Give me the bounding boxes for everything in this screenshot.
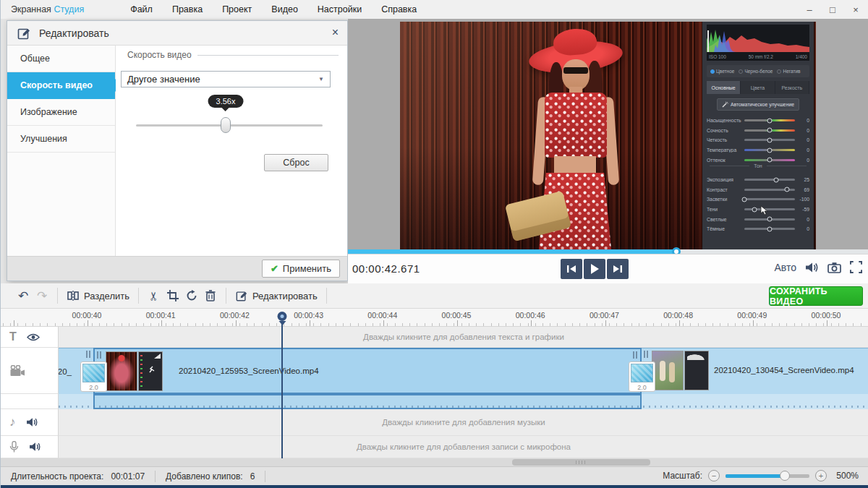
- zoom-in-button[interactable]: +: [815, 470, 827, 481]
- slider-track[interactable]: [744, 129, 795, 132]
- menu-item[interactable]: Файл: [130, 4, 153, 14]
- ruler-time-label: 00:00:41: [146, 311, 176, 320]
- slider-track[interactable]: [744, 159, 795, 161]
- slider-track[interactable]: [744, 149, 795, 151]
- mouse-cursor: [760, 205, 768, 215]
- divider: [57, 288, 58, 304]
- clip-audio-subtrack[interactable]: [59, 394, 868, 409]
- redo-icon[interactable]: ↷: [33, 287, 51, 304]
- slider-handle[interactable]: [767, 158, 773, 163]
- menu-item[interactable]: Справка: [381, 4, 417, 14]
- speaker-icon[interactable]: [29, 442, 41, 452]
- slider-track[interactable]: [744, 119, 795, 121]
- zoom-slider[interactable]: [726, 474, 809, 478]
- split-button[interactable]: Разделить: [84, 291, 129, 301]
- timeline-ruler[interactable]: 00:00:4000:00:4100:00:4200:00:4300:00:44…: [1, 309, 868, 327]
- close-button[interactable]: ×: [850, 4, 861, 15]
- slider-handle[interactable]: [785, 187, 790, 192]
- split-icon[interactable]: [64, 287, 82, 304]
- zoom-out-button[interactable]: −: [708, 470, 720, 481]
- subject-face: [562, 59, 590, 90]
- clip-trim-handle[interactable]: [97, 351, 102, 359]
- reset-button[interactable]: Сброс: [264, 154, 328, 171]
- edit-panel-tab[interactable]: Изображение: [7, 99, 115, 126]
- video-clip-selected[interactable]: 20210420_125953_ScreenVideo.mp4: [93, 348, 642, 394]
- color-mode-radio[interactable]: Цветное: [710, 69, 734, 74]
- edit-panel-tab[interactable]: Общее: [7, 46, 115, 72]
- scrollbar-thumb[interactable]: [512, 459, 650, 466]
- slider-handle[interactable]: [742, 197, 747, 202]
- slider-handle[interactable]: [767, 147, 773, 153]
- previous-frame-button[interactable]: [561, 259, 582, 279]
- apply-button[interactable]: ✔ Применить: [262, 260, 340, 278]
- slider-handle[interactable]: [752, 207, 757, 212]
- slider-handle[interactable]: [767, 217, 773, 222]
- timeline-scrollbar[interactable]: [1, 458, 868, 466]
- speaker-icon[interactable]: [26, 417, 38, 427]
- speaker-icon[interactable]: [805, 262, 819, 273]
- video-clip[interactable]: 20210420_130454_ScreenVideo.mp4: [642, 348, 868, 394]
- slider-track[interactable]: [744, 139, 795, 141]
- radio-icon: [739, 69, 743, 74]
- slider-handle[interactable]: [773, 177, 778, 182]
- minimize-button[interactable]: –: [804, 4, 815, 15]
- edit-panel-close-icon[interactable]: ×: [332, 26, 339, 39]
- overlay-tab[interactable]: Основные: [707, 81, 741, 94]
- playhead-line[interactable]: [281, 323, 283, 458]
- edit-button[interactable]: Редактировать: [252, 291, 318, 301]
- transition-badge[interactable]: 2.0: [80, 361, 107, 392]
- play-button[interactable]: [584, 259, 605, 279]
- slider-handle[interactable]: [767, 118, 773, 123]
- video-track[interactable]: 0420_ 20210420_125953_ScreenVideo.mp4 20…: [59, 348, 868, 394]
- maximize-button[interactable]: □: [827, 4, 838, 15]
- text-track[interactable]: Дважды кликните для добавления текста и …: [59, 327, 868, 348]
- slider-track[interactable]: [744, 218, 795, 221]
- music-track[interactable]: Дважды кликните для добавления музыки: [59, 409, 868, 436]
- slider-handle[interactable]: [767, 128, 773, 133]
- save-video-button[interactable]: СОХРАНИТЬ ВИДЕО: [769, 286, 863, 306]
- edit-panel-tabs: ОбщееСкорость видеоИзображениеУлучшения: [7, 46, 116, 256]
- speed-preset-dropdown[interactable]: Другое значение ▼: [121, 71, 331, 87]
- menu-item[interactable]: Правка: [172, 4, 203, 14]
- menubar: ФайлПравкаПроектВидеоНастройкиСправка: [130, 4, 417, 14]
- clip-audio-selected[interactable]: [93, 394, 642, 409]
- menu-item[interactable]: Настройки: [318, 4, 362, 14]
- clip-trim-handle[interactable]: [86, 351, 91, 358]
- trash-icon[interactable]: [201, 287, 220, 304]
- cut-scissors-icon[interactable]: ✂: [145, 287, 163, 304]
- menu-item[interactable]: Видео: [271, 4, 298, 14]
- eye-visibility-icon[interactable]: [27, 333, 40, 342]
- crop-icon[interactable]: [163, 287, 182, 304]
- edit-pencil-icon[interactable]: [232, 287, 251, 304]
- overlay-tab[interactable]: Резкость: [775, 81, 809, 94]
- next-frame-button[interactable]: [607, 259, 629, 279]
- mic-track[interactable]: Дважды кликните для добавления записи с …: [59, 436, 868, 458]
- undo-icon[interactable]: ↶: [14, 287, 33, 304]
- edit-panel-tab[interactable]: Улучшения: [7, 126, 115, 153]
- slider-track[interactable]: [744, 198, 795, 200]
- auto-quality-label[interactable]: Авто: [774, 262, 796, 273]
- clip-trim-handle[interactable]: [633, 351, 638, 359]
- divider: [326, 288, 327, 304]
- edit-panel-tab[interactable]: Скорость видео: [7, 72, 115, 99]
- fullscreen-icon[interactable]: [850, 261, 862, 273]
- speed-slider-handle[interactable]: [221, 117, 231, 133]
- slider-handle[interactable]: [767, 226, 773, 231]
- clip-trim-handle[interactable]: [644, 351, 649, 358]
- playhead-marker[interactable]: [278, 312, 287, 325]
- slider-track[interactable]: [744, 228, 795, 230]
- transition-badge[interactable]: 2.0: [629, 361, 655, 392]
- auto-enhance-button[interactable]: Автоматическое улучшение: [717, 98, 799, 111]
- playhead-head[interactable]: [278, 312, 287, 321]
- slider-track[interactable]: [744, 179, 795, 181]
- menu-item[interactable]: Проект: [222, 4, 252, 14]
- slider-handle[interactable]: [767, 137, 773, 142]
- snapshot-camera-icon[interactable]: [827, 262, 841, 273]
- slider-track[interactable]: [744, 208, 795, 210]
- slider-track[interactable]: [744, 189, 795, 191]
- zoom-slider-handle[interactable]: [780, 471, 790, 481]
- rotate-icon[interactable]: [182, 287, 201, 304]
- overlay-tab[interactable]: Цвета: [741, 81, 775, 94]
- color-mode-radio[interactable]: Черно-белое: [739, 69, 773, 74]
- color-mode-radio[interactable]: Негатив: [777, 69, 800, 74]
